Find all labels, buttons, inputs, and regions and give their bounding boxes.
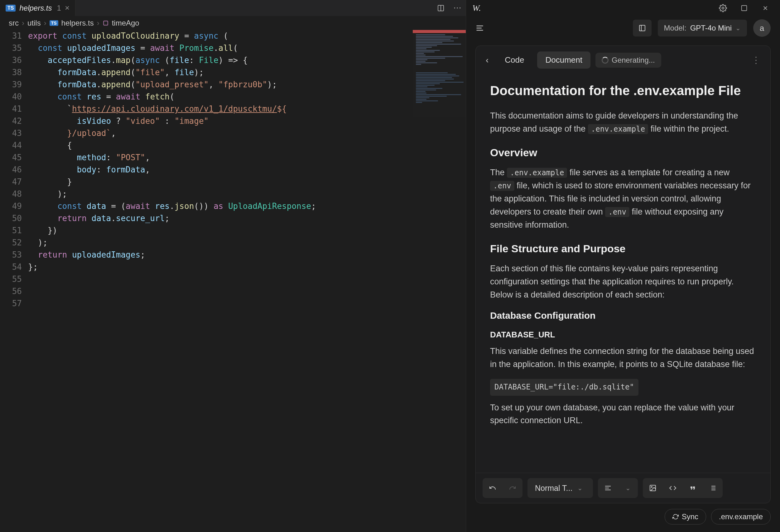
split-editor-icon[interactable]	[433, 4, 449, 12]
breadcrumb-seg[interactable]: src	[9, 19, 19, 28]
tab-code[interactable]: Code	[497, 51, 532, 68]
close-icon[interactable]	[757, 0, 774, 16]
inline-code: .env.example	[588, 124, 648, 134]
align-button[interactable]	[598, 478, 618, 498]
breadcrumb-seg[interactable]: timeAgo	[112, 19, 139, 28]
right-toolbar: Model: GPT-4o Mini ⌄ a	[466, 16, 780, 40]
menu-icon[interactable]	[476, 24, 484, 33]
text-style-select[interactable]: Normal T... ⌄	[528, 478, 593, 498]
svg-rect-2	[103, 21, 107, 25]
breadcrumb-seg[interactable]: helpers.ts	[61, 19, 94, 28]
doc-heading: Overview	[490, 144, 756, 161]
ts-badge-icon: TS	[50, 20, 58, 26]
code-content[interactable]: export const uploadToCloudinary = async …	[28, 30, 466, 532]
maximize-icon[interactable]	[736, 0, 752, 16]
doc-tabs: ‹ Code Document Generating... ⋮	[476, 46, 770, 74]
inline-code: .env	[605, 207, 629, 217]
chevron-down-icon: ⌄	[735, 24, 741, 32]
tab-problems-count: 1	[57, 4, 61, 12]
editor-toolbar: Normal T... ⌄ ⌄	[476, 473, 770, 503]
breadcrumb-seg[interactable]: utils	[28, 19, 41, 28]
doc-paragraph: To set up your own database, you can rep…	[490, 401, 756, 428]
document-body[interactable]: Documentation for the .env.example File …	[476, 74, 770, 473]
inline-code: .env.example	[507, 168, 567, 178]
sidebar-toggle-button[interactable]	[633, 20, 651, 37]
more-icon[interactable]: ⋮	[748, 55, 764, 65]
chevron-right-icon: ›	[44, 19, 46, 28]
chevron-right-icon: ›	[22, 19, 24, 28]
more-icon[interactable]: ⋯	[449, 3, 466, 13]
spinner-icon	[602, 57, 608, 64]
list-button[interactable]	[703, 478, 723, 498]
doc-paragraph: This documentation aims to guide develop…	[490, 109, 756, 136]
extension-header: W.	[466, 0, 780, 16]
svg-point-3	[722, 7, 724, 9]
file-pill[interactable]: .env.example	[711, 509, 771, 525]
sync-icon	[673, 514, 679, 520]
ts-badge-icon: TS	[6, 5, 15, 11]
model-select[interactable]: Model: GPT-4o Mini ⌄	[658, 20, 747, 37]
code-block: DATABASE_URL="file:./db.sqlite"	[490, 379, 638, 395]
doc-paragraph: This variable defines the connection str…	[490, 345, 756, 371]
code-editor[interactable]: 3135363839404142434445464748495051525354…	[0, 30, 466, 532]
line-gutter: 3135363839404142434445464748495051525354…	[0, 30, 28, 532]
editor-tab[interactable]: TS helpers.ts 1 ×	[0, 0, 76, 16]
chevron-down-icon: ⌄	[577, 484, 583, 492]
inline-code: .env	[490, 181, 515, 191]
model-value: GPT-4o Mini	[690, 24, 732, 33]
avatar[interactable]: a	[753, 19, 771, 37]
breadcrumb: src › utils › TS helpers.ts › timeAgo	[0, 16, 466, 30]
doc-title: Documentation for the .env.example File	[490, 81, 756, 101]
doc-heading: DATABASE_URL	[490, 328, 756, 341]
svg-rect-4	[742, 6, 747, 11]
generating-badge: Generating...	[595, 53, 661, 68]
doc-heading: File Structure and Purpose	[490, 240, 756, 257]
quote-button[interactable]	[683, 478, 703, 498]
tab-bar: TS helpers.ts 1 × ⋯	[0, 0, 466, 16]
code-button[interactable]	[663, 478, 683, 498]
doc-paragraph: Each section of this file contains key-v…	[490, 262, 756, 301]
model-label: Model:	[664, 24, 686, 33]
redo-button[interactable]	[502, 478, 523, 498]
close-icon[interactable]: ×	[65, 3, 69, 13]
svg-point-16	[651, 486, 652, 487]
right-footer: Sync .env.example	[466, 503, 780, 532]
back-icon[interactable]: ‹	[483, 55, 492, 65]
sync-button[interactable]: Sync	[665, 509, 706, 525]
symbol-icon	[103, 20, 109, 26]
image-button[interactable]	[643, 478, 663, 498]
settings-icon[interactable]	[715, 0, 731, 16]
document-panel: ‹ Code Document Generating... ⋮ Document…	[476, 46, 771, 503]
minimap[interactable]	[413, 30, 466, 117]
svg-rect-10	[639, 25, 645, 31]
chevron-right-icon: ›	[97, 19, 99, 28]
doc-paragraph: The .env.example file serves as a templa…	[490, 166, 756, 231]
doc-heading: Database Configuration	[490, 308, 756, 323]
chevron-down-icon: ⌄	[625, 484, 631, 492]
align-dropdown[interactable]: ⌄	[618, 478, 638, 498]
undo-button[interactable]	[483, 478, 502, 498]
logo: W.	[472, 3, 481, 13]
tab-document[interactable]: Document	[537, 51, 590, 68]
tab-file-name: helpers.ts	[19, 4, 52, 12]
